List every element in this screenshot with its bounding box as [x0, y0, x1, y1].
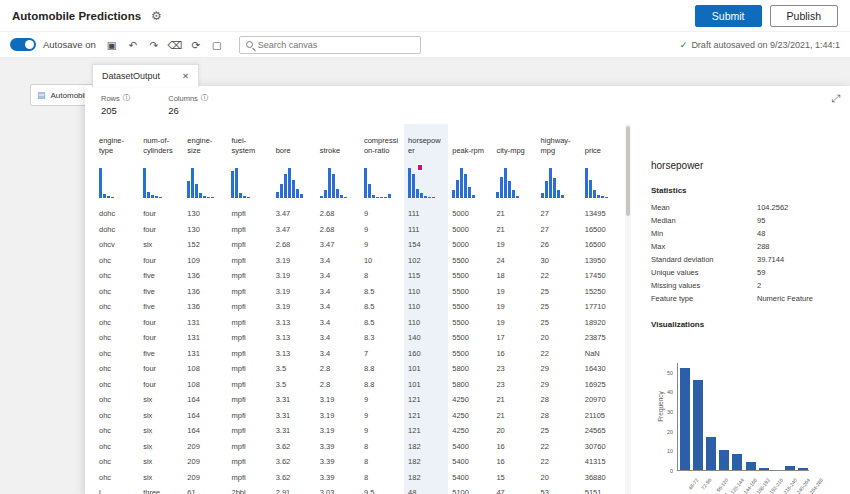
autosave-status: ✓ Draft autosaved on 9/23/2021, 1:44:1: [680, 40, 840, 50]
search-canvas-input[interactable]: [258, 40, 414, 50]
stat-value: 288: [757, 240, 838, 253]
column-header-bore[interactable]: bore: [272, 124, 316, 160]
selected-column-title: horsepower: [651, 160, 838, 171]
table-row: ohcsix209mpfi3.623.3981825400152036880: [95, 470, 625, 486]
tab-label: DatasetOutput: [102, 71, 160, 81]
column-histogram-city-mpg[interactable]: [496, 166, 532, 198]
search-canvas-box[interactable]: [239, 36, 421, 54]
stat-label: Feature type: [651, 292, 757, 305]
column-header-city-mpg[interactable]: city-mpg: [492, 124, 536, 160]
column-header-highway-mpg[interactable]: highway-mpg: [537, 124, 581, 160]
chart-y-tick: 50: [657, 370, 673, 376]
column-header-fuel-system[interactable]: fuel-system: [227, 124, 271, 160]
designer-canvas[interactable]: ▤ Automobil... DatasetOutput ✕ ⤢ Rows ⓘ …: [0, 58, 850, 494]
autosave-check-icon: ✓: [680, 40, 688, 50]
top-bar: Automobile Predictions ⚙ Submit Publish: [0, 0, 850, 32]
column-histogram-peak-rpm[interactable]: [452, 166, 488, 198]
chart-y-tick: 40: [657, 389, 673, 395]
column-histogram-bore[interactable]: [276, 166, 312, 198]
table-scrollbar[interactable]: [625, 124, 631, 494]
column-histogram-compression-ratio[interactable]: [364, 166, 400, 198]
submit-button[interactable]: Submit: [695, 5, 762, 27]
stat-label: Min: [651, 227, 757, 240]
table-row: ohcfive136mpfi3.193.481155500182217450: [95, 268, 625, 284]
stat-row: Median95: [651, 214, 838, 227]
dataset-meta: Rows ⓘ 205 Columns ⓘ 26: [85, 86, 850, 124]
stat-label: Mean: [651, 201, 757, 214]
columns-label: Columns: [168, 94, 198, 103]
dataset-node-icon: ▤: [37, 90, 46, 100]
column-header-compression-ratio[interactable]: compression-ratio: [360, 124, 404, 160]
columns-value: 26: [168, 105, 208, 116]
data-preview-table-wrap: engine-typenum-of-cylindersengine-sizefu…: [85, 124, 625, 494]
stat-value: 104.2562: [757, 201, 838, 214]
histogram-bar: [785, 466, 795, 470]
redo-icon[interactable]: ↷: [145, 36, 163, 54]
stat-value: 39.7144: [757, 253, 838, 266]
columns-info-icon[interactable]: ⓘ: [201, 93, 209, 103]
column-histogram-highway-mpg[interactable]: [541, 166, 577, 198]
histogram-bar: [798, 468, 808, 470]
table-row: lthree612bbl2.913.039.548510047535151: [95, 485, 625, 494]
fit-to-screen-icon[interactable]: ▢: [208, 36, 226, 54]
undo-icon[interactable]: ↶: [124, 36, 142, 54]
refresh-icon[interactable]: ⟳: [187, 36, 205, 54]
histogram-bar: [706, 437, 716, 470]
column-histogram-fuel-system[interactable]: [231, 166, 267, 198]
column-histogram-stroke[interactable]: [320, 166, 356, 198]
autosave-status-text: Draft autosaved on 9/23/2021, 1:44:1: [691, 40, 840, 50]
statistics-heading: Statistics: [651, 186, 838, 195]
stat-value: 2: [757, 279, 838, 292]
autosave-toggle[interactable]: [10, 38, 36, 51]
rows-info-icon[interactable]: ⓘ: [123, 93, 131, 103]
table-row: dohcfour130mpfi3.472.6891115000212713495: [95, 206, 625, 222]
autosave-label: Autosave on: [43, 39, 96, 50]
column-histogram-engine-size[interactable]: [187, 166, 223, 198]
stat-label: Median: [651, 214, 757, 227]
stat-label: Unique values: [651, 266, 757, 279]
table-header-row: engine-typenum-of-cylindersengine-sizefu…: [95, 124, 625, 160]
close-icon[interactable]: ✕: [182, 71, 189, 81]
page-title: Automobile Predictions: [12, 10, 141, 22]
column-details-panel: horsepower Statistics Mean104.2562Median…: [631, 124, 850, 494]
table-row: ohcsix209mpfi3.623.3981825400162241315: [95, 454, 625, 470]
delete-icon[interactable]: ⌫: [166, 36, 184, 54]
dataset-output-panel: DatasetOutput ✕ ⤢ Rows ⓘ 205 Colum: [85, 64, 850, 494]
column-header-peak-rpm[interactable]: peak-rpm: [448, 124, 492, 160]
histogram-bar: [732, 454, 742, 470]
stat-value: Numeric Feature: [757, 292, 838, 305]
stat-value: 95: [757, 214, 838, 227]
chart-y-tick: 30: [657, 409, 673, 415]
column-histogram-num-of-cylinders[interactable]: [143, 166, 179, 198]
histogram-bar: [680, 368, 690, 470]
table-row: ohcfive136mpfi3.193.48.51105500192517710: [95, 299, 625, 315]
chart-x-tick: 48-72: [687, 477, 700, 491]
stat-row: Missing values2: [651, 279, 838, 292]
column-histogram-price[interactable]: [585, 166, 621, 198]
scrollbar-thumb[interactable]: [626, 126, 630, 216]
column-header-stroke[interactable]: stroke: [316, 124, 360, 160]
publish-button[interactable]: Publish: [770, 5, 838, 27]
column-header-engine-type[interactable]: engine-type: [95, 124, 139, 160]
save-icon[interactable]: ▣: [103, 36, 121, 54]
stat-value: 48: [757, 227, 838, 240]
column-histogram-engine-type[interactable]: [99, 166, 135, 198]
column-histogram-horsepower[interactable]: [408, 166, 444, 198]
pointer-marker: [417, 164, 423, 171]
table-row: ohcfive131mpfi3.133.4716055001622NaN: [95, 346, 625, 362]
expand-panel-icon[interactable]: ⤢: [831, 92, 840, 105]
column-header-price[interactable]: price: [581, 124, 625, 160]
column-header-num-of-cylinders[interactable]: num-of-cylinders: [139, 124, 183, 160]
chart-y-tick: 20: [657, 429, 673, 435]
table-row: ohcfour109mpfi3.193.4101025500243013950: [95, 253, 625, 269]
app-root: Automobile Predictions ⚙ Submit Publish …: [0, 0, 850, 494]
column-header-horsepower[interactable]: horsepower: [404, 124, 448, 160]
table-row: ohcsix164mpfi3.313.1991214250202524565: [95, 423, 625, 439]
tab-dataset-output[interactable]: DatasetOutput ✕: [92, 64, 199, 87]
settings-gear-icon[interactable]: ⚙: [151, 9, 162, 23]
column-header-engine-size[interactable]: engine-size: [183, 124, 227, 160]
table-histogram-row: [95, 160, 625, 206]
chart-y-tick: 10: [657, 448, 673, 454]
horsepower-histogram: Frequency 0102030405048-7272-9696-120120…: [657, 341, 842, 494]
chart-plot-area: [677, 363, 809, 471]
